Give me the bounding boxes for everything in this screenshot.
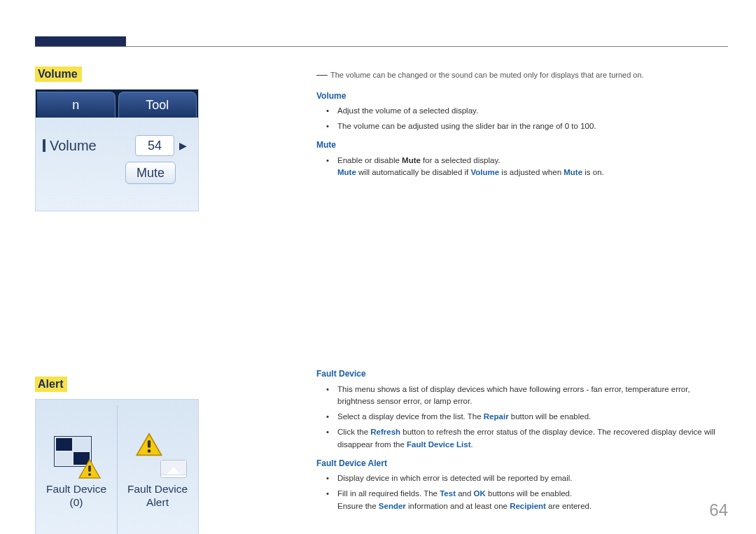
mute-button[interactable]: Mute: [125, 162, 176, 184]
subhead-mute: Mute: [316, 139, 728, 152]
header-accent-bar: [35, 36, 126, 46]
page-number: 64: [709, 500, 728, 520]
fa-bullet-2: Fill in all required fields. The Test an…: [336, 488, 728, 513]
header-rule: [35, 46, 728, 47]
subhead-fault-alert: Fault Device Alert: [316, 457, 728, 470]
volume-row: Volume 54 ▶: [43, 135, 191, 156]
volume-label: Volume: [43, 138, 135, 154]
fault-device-label-line2: (0): [70, 496, 83, 508]
subhead-fault-device: Fault Device: [316, 367, 728, 381]
fault-device-icon: [54, 436, 99, 477]
envelope-icon: [160, 460, 187, 478]
fault-alert-label-line1: Fault Device: [127, 483, 188, 495]
warning-icon: [135, 432, 163, 457]
tab-left[interactable]: n: [37, 92, 115, 118]
svg-point-5: [148, 449, 151, 453]
svg-rect-4: [148, 440, 150, 448]
fa-bullet-1: Display device in which error is detecte…: [336, 472, 728, 485]
subhead-volume: Volume: [316, 90, 728, 103]
fault-device-label-line1: Fault Device: [46, 483, 106, 495]
fault-device-label: Fault Device (0): [46, 482, 106, 510]
fd-bullet-1: This menu shows a list of display device…: [336, 384, 728, 409]
warning-icon: [78, 458, 102, 479]
section-title-volume: Volume: [35, 66, 82, 82]
fault-alert-icon: [135, 436, 180, 477]
mute-bullet-1: Enable or disable Mute for a selected di…: [336, 155, 728, 180]
fault-alert-label-line2: Alert: [146, 496, 169, 508]
fault-device-cell[interactable]: Fault Device (0): [36, 400, 117, 534]
svg-rect-1: [88, 465, 91, 472]
volume-bullets: Adjust the volume of a selected display.…: [336, 105, 728, 133]
right-column: The volume can be changed or the sound c…: [316, 66, 728, 182]
fault-alert-bullets: Display device in which error is detecte…: [336, 472, 728, 512]
volume-note: The volume can be changed or the sound c…: [316, 66, 728, 84]
fd-bullet-3: Click the Refresh button to refresh the …: [336, 426, 728, 451]
alert-divider: [117, 405, 118, 534]
fault-device-bullets: This menu shows a list of display device…: [336, 384, 728, 451]
screenshot-alert: Fault Device (0) Fault Device Alert: [35, 399, 199, 534]
volume-value[interactable]: 54: [135, 135, 174, 156]
fault-device-alert-cell[interactable]: Fault Device Alert: [117, 400, 198, 534]
tab-tool[interactable]: Tool: [118, 92, 197, 118]
svg-point-2: [88, 473, 91, 476]
volume-step-arrow[interactable]: ▶: [174, 135, 191, 156]
section-title-alert: Alert: [35, 377, 67, 392]
tab-bar: n Tool: [36, 90, 198, 118]
fd-bullet-2: Select a display device from the list. T…: [336, 411, 728, 423]
left-column: Volume n Tool Volume 54 ▶ Mute Alert: [35, 66, 210, 534]
fault-alert-label: Fault Device Alert: [127, 482, 188, 510]
volume-bullet-2: The volume can be adjusted using the sli…: [336, 120, 728, 133]
mute-bullets: Enable or disable Mute for a selected di…: [336, 155, 728, 180]
screenshot-volume: n Tool Volume 54 ▶ Mute: [35, 89, 199, 211]
volume-bullet-1: Adjust the volume of a selected display.: [336, 105, 728, 118]
